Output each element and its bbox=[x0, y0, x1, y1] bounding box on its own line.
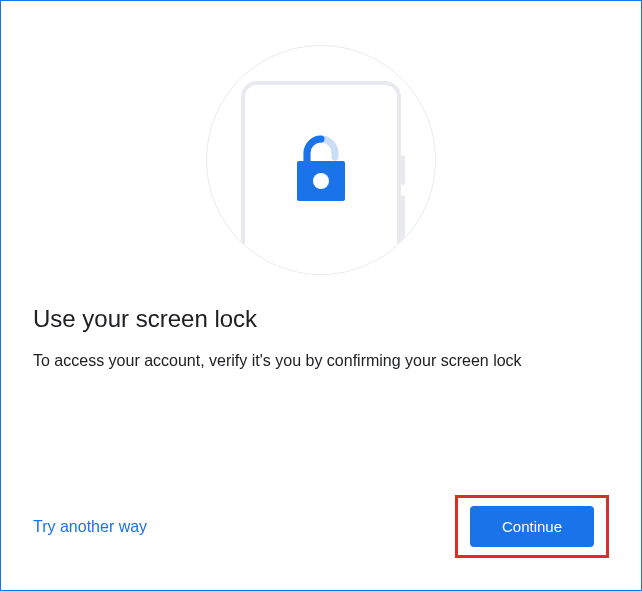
highlight-annotation: Continue bbox=[455, 495, 609, 558]
svg-point-1 bbox=[313, 173, 329, 189]
illustration-area bbox=[33, 25, 609, 305]
phone-outline bbox=[241, 81, 401, 275]
action-row: Try another way Continue bbox=[33, 495, 609, 558]
try-another-way-link[interactable]: Try another way bbox=[33, 518, 147, 536]
lock-icon bbox=[289, 133, 353, 203]
phone-illustration bbox=[206, 45, 436, 275]
instruction-text: To access your account, verify it's you … bbox=[33, 349, 609, 373]
continue-button[interactable]: Continue bbox=[470, 506, 594, 547]
page-title: Use your screen lock bbox=[33, 305, 609, 333]
